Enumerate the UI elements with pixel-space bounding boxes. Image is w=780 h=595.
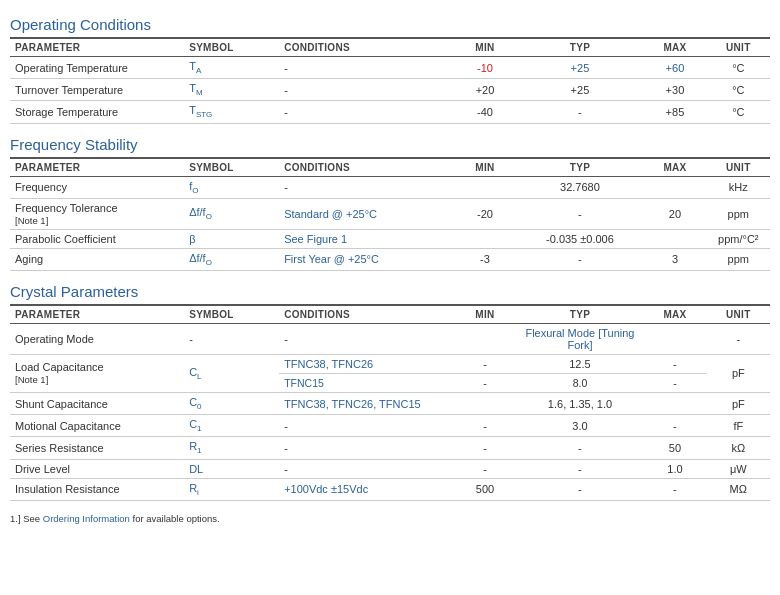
- param-conditions: TFNC38, TFNC26: [279, 354, 453, 373]
- param-min: [453, 229, 516, 248]
- param-typ: 3.0: [517, 415, 644, 437]
- param-min: -20: [453, 198, 516, 229]
- param-name: Series Resistance: [10, 437, 184, 459]
- param-unit: MΩ: [707, 478, 770, 500]
- table-frequency-stability: PARAMETER SYMBOL CONDITIONS MIN TYP MAX …: [10, 157, 770, 271]
- param-max: [643, 323, 706, 354]
- param-min: [453, 392, 516, 414]
- table-row: Series Resistance R1 - - - 50 kΩ: [10, 437, 770, 459]
- col-header-param: PARAMETER: [10, 158, 184, 177]
- param-max: -: [643, 373, 706, 392]
- param-min: +20: [453, 79, 516, 101]
- param-max: -: [643, 415, 706, 437]
- param-conditions: Standard @ +25°C: [279, 198, 453, 229]
- table-row: Load Capacitance[Note 1] CL TFNC38, TFNC…: [10, 354, 770, 373]
- col-header-min: MIN: [453, 305, 516, 324]
- param-conditions: -: [279, 57, 453, 79]
- param-typ: +25: [517, 57, 644, 79]
- table-crystal-parameters: PARAMETER SYMBOL CONDITIONS MIN TYP MAX …: [10, 304, 770, 501]
- param-symbol: Δf/fO: [184, 248, 279, 270]
- param-name: Motional Capacitance: [10, 415, 184, 437]
- param-symbol: TM: [184, 79, 279, 101]
- param-min: -: [453, 373, 516, 392]
- param-conditions: -: [279, 415, 453, 437]
- col-header-typ: TYP: [517, 38, 644, 57]
- param-conditions: See Figure 1: [279, 229, 453, 248]
- col-header-unit: UNIT: [707, 38, 770, 57]
- param-max: -: [643, 354, 706, 373]
- section-crystal-parameters: Crystal Parameters PARAMETER SYMBOL COND…: [10, 283, 770, 501]
- param-typ: -: [517, 478, 644, 500]
- param-symbol: TSTG: [184, 101, 279, 123]
- param-symbol: Δf/fO: [184, 198, 279, 229]
- param-symbol: CL: [184, 354, 279, 392]
- param-conditions: -: [279, 176, 453, 198]
- section-title-operating-conditions: Operating Conditions: [10, 16, 770, 33]
- param-typ: -: [517, 248, 644, 270]
- table-row: Drive Level DL - - - 1.0 μW: [10, 459, 770, 478]
- param-unit: ppm: [707, 248, 770, 270]
- param-min: [453, 323, 516, 354]
- param-name: Parabolic Coefficient: [10, 229, 184, 248]
- table-row: Frequency Tolerance[Note 1] Δf/fO Standa…: [10, 198, 770, 229]
- table-row: Motional Capacitance C1 - - 3.0 - fF: [10, 415, 770, 437]
- col-header-conditions: CONDITIONS: [279, 305, 453, 324]
- section-frequency-stability: Frequency Stability PARAMETER SYMBOL CON…: [10, 136, 770, 271]
- param-max: [643, 229, 706, 248]
- param-name: Load Capacitance[Note 1]: [10, 354, 184, 392]
- param-unit: ppm/°C²: [707, 229, 770, 248]
- param-name: Frequency: [10, 176, 184, 198]
- table-row: Aging Δf/fO First Year @ +25°C -3 - 3 pp…: [10, 248, 770, 270]
- table-header-row: PARAMETER SYMBOL CONDITIONS MIN TYP MAX …: [10, 158, 770, 177]
- section-operating-conditions: Operating Conditions PARAMETER SYMBOL CO…: [10, 16, 770, 124]
- param-max: [643, 392, 706, 414]
- col-header-symbol: SYMBOL: [184, 38, 279, 57]
- param-typ: -: [517, 101, 644, 123]
- param-max: 1.0: [643, 459, 706, 478]
- footer-note: 1.] See Ordering Information for availab…: [10, 513, 770, 524]
- col-header-param: PARAMETER: [10, 305, 184, 324]
- param-unit: fF: [707, 415, 770, 437]
- param-name: Operating Mode: [10, 323, 184, 354]
- param-unit: pF: [707, 392, 770, 414]
- section-title-frequency-stability: Frequency Stability: [10, 136, 770, 153]
- param-typ: -: [517, 437, 644, 459]
- param-unit: °C: [707, 101, 770, 123]
- param-typ: 1.6, 1.35, 1.0: [517, 392, 644, 414]
- param-unit: ppm: [707, 198, 770, 229]
- table-row: Frequency fO - 32.7680 kHz: [10, 176, 770, 198]
- param-unit: kHz: [707, 176, 770, 198]
- param-symbol: -: [184, 323, 279, 354]
- param-conditions: -: [279, 459, 453, 478]
- param-typ: Flexural Mode [Tuning Fork]: [517, 323, 644, 354]
- param-min: [453, 176, 516, 198]
- col-header-max: MAX: [643, 305, 706, 324]
- param-symbol: fO: [184, 176, 279, 198]
- param-symbol: TA: [184, 57, 279, 79]
- param-name: Insulation Resistance: [10, 478, 184, 500]
- param-conditions: -: [279, 101, 453, 123]
- param-typ: +25: [517, 79, 644, 101]
- col-header-min: MIN: [453, 38, 516, 57]
- param-conditions: -: [279, 79, 453, 101]
- ordering-info-link[interactable]: Ordering Information: [43, 513, 130, 524]
- col-header-param: PARAMETER: [10, 38, 184, 57]
- param-name: Aging: [10, 248, 184, 270]
- param-typ: 12.5: [517, 354, 644, 373]
- param-name: Operating Temperature: [10, 57, 184, 79]
- param-typ: 32.7680: [517, 176, 644, 198]
- param-max: 20: [643, 198, 706, 229]
- param-min: -10: [453, 57, 516, 79]
- param-name: Shunt Capacitance: [10, 392, 184, 414]
- param-min: -: [453, 354, 516, 373]
- param-max: [643, 176, 706, 198]
- section-title-crystal-parameters: Crystal Parameters: [10, 283, 770, 300]
- col-header-conditions: CONDITIONS: [279, 158, 453, 177]
- table-row: Shunt Capacitance C0 TFNC38, TFNC26, TFN…: [10, 392, 770, 414]
- param-conditions: TFNC15: [279, 373, 453, 392]
- col-header-conditions: CONDITIONS: [279, 38, 453, 57]
- param-symbol: DL: [184, 459, 279, 478]
- param-name: Turnover Temperature: [10, 79, 184, 101]
- param-min: -3: [453, 248, 516, 270]
- table-row: Operating Temperature TA - -10 +25 +60 °…: [10, 57, 770, 79]
